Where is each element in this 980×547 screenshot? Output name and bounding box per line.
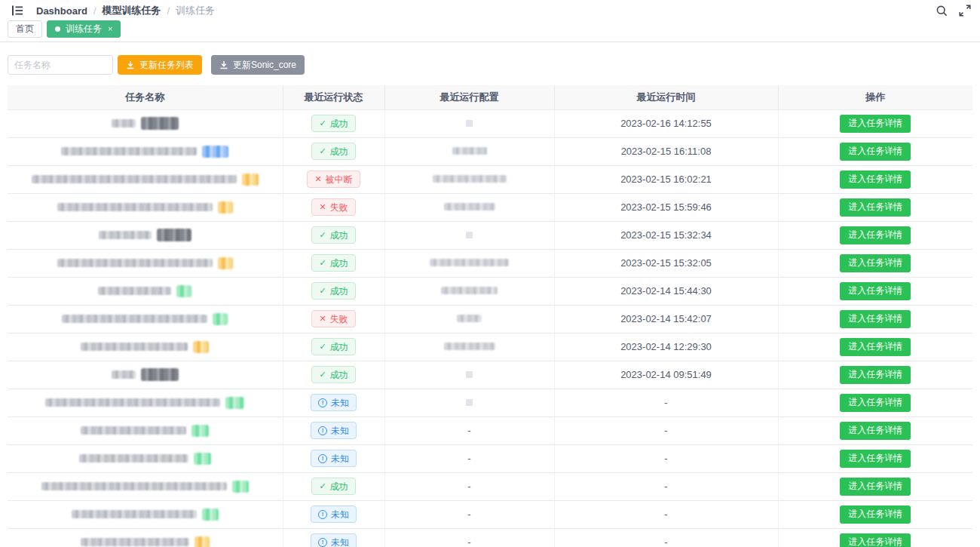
breadcrumb-item-model-training[interactable]: 模型训练任务 <box>103 4 161 17</box>
task-name-cell <box>8 500 283 528</box>
task-name-cell <box>8 165 283 193</box>
status-badge: ✓成功 <box>311 254 355 272</box>
enter-task-detail-button[interactable]: 进入任务详情 <box>840 338 911 356</box>
table-row: !未知--进入任务详情 <box>8 528 972 547</box>
config-empty-value: - <box>467 425 470 436</box>
config-cell <box>384 277 554 305</box>
update-task-list-button[interactable]: 更新任务列表 <box>118 55 202 75</box>
redacted-config-dot <box>466 120 473 127</box>
redacted-config-text <box>452 147 487 155</box>
collapse-sidebar-icon[interactable] <box>11 4 24 17</box>
table-row: ✓成功2023-02-14 15:44:30进入任务详情 <box>8 277 972 305</box>
run-time-value: 2023-02-14 09:51:49 <box>620 369 712 380</box>
run-time-value: 2023-02-15 15:32:34 <box>620 229 712 241</box>
redacted-yellow-tag <box>242 174 259 186</box>
task-name-cell <box>8 137 283 165</box>
enter-task-detail-button[interactable]: 进入任务详情 <box>840 478 911 496</box>
breadcrumb-separator: / <box>93 5 96 17</box>
status-badge: !未知 <box>311 506 357 523</box>
enter-task-detail-button[interactable]: 进入任务详情 <box>840 310 911 328</box>
run-time-value: - <box>664 509 667 520</box>
action-cell: 进入任务详情 <box>778 500 972 528</box>
status-unknown-icon: ! <box>318 454 327 463</box>
status-label: 成功 <box>330 119 348 128</box>
search-icon[interactable] <box>936 5 948 17</box>
tab-home[interactable]: 首页 <box>8 20 42 38</box>
task-name-input[interactable] <box>8 55 113 75</box>
status-success-icon: ✓ <box>319 119 326 128</box>
enter-task-detail-button[interactable]: 进入任务详情 <box>840 533 911 547</box>
run-time-value: - <box>664 397 667 408</box>
run-time-value: 2023-02-14 12:29:30 <box>620 341 712 352</box>
update-sonic-core-button[interactable]: 更新Sonic_core <box>211 55 305 75</box>
enter-task-detail-button[interactable]: 进入任务详情 <box>840 143 911 161</box>
config-cell: - <box>384 444 554 472</box>
config-cell <box>384 249 554 277</box>
enter-task-detail-button[interactable]: 进入任务详情 <box>840 450 911 468</box>
status-label: 失败 <box>330 315 348 324</box>
status-cell: ✓成功 <box>283 221 384 249</box>
redacted-dark-tag <box>141 117 179 130</box>
enter-task-detail-button[interactable]: 进入任务详情 <box>840 422 911 440</box>
breadcrumb: Dashboard / 模型训练任务 / 训练任务 <box>36 4 215 17</box>
redacted-name-text <box>79 454 188 462</box>
redacted-green-tag <box>176 285 191 297</box>
enter-task-detail-button[interactable]: 进入任务详情 <box>840 254 911 272</box>
enter-task-detail-button[interactable]: 进入任务详情 <box>840 115 911 133</box>
redacted-name-text <box>81 426 186 435</box>
status-cell: ✓成功 <box>283 109 384 137</box>
enter-task-detail-button[interactable]: 进入任务详情 <box>840 506 911 524</box>
config-cell <box>384 389 554 416</box>
table-body: ✓成功2023-02-16 14:12:55进入任务详情✓成功2023-02-1… <box>8 109 972 547</box>
table-row: ✕失败2023-02-15 15:59:46进入任务详情 <box>8 193 972 221</box>
status-cell: !未知 <box>283 528 384 547</box>
run-time-cell: 2023-02-15 15:59:46 <box>554 193 778 221</box>
redacted-green-tag <box>225 397 244 409</box>
redacted-task-name <box>61 146 228 158</box>
status-label: 未知 <box>331 510 349 519</box>
table-row: ✕被中断2023-02-15 16:02:21进入任务详情 <box>8 165 972 193</box>
tab-close-icon[interactable]: × <box>108 25 112 33</box>
status-unknown-icon: ! <box>318 510 327 519</box>
status-success-icon: ✓ <box>319 343 326 351</box>
redacted-name-text <box>32 175 237 183</box>
redacted-config-text <box>441 287 498 294</box>
header-last-run-time: 最近运行时间 <box>554 85 778 109</box>
task-name-cell <box>8 221 283 249</box>
redacted-config-dot <box>466 399 473 406</box>
config-empty-value: - <box>467 453 470 464</box>
enter-task-detail-button[interactable]: 进入任务详情 <box>840 226 911 244</box>
action-cell: 进入任务详情 <box>778 333 972 361</box>
enter-task-detail-button[interactable]: 进入任务详情 <box>840 282 911 300</box>
fullscreen-icon[interactable] <box>959 5 971 17</box>
enter-task-detail-button[interactable]: 进入任务详情 <box>840 198 911 217</box>
redacted-task-name <box>81 536 210 547</box>
enter-task-detail-button[interactable]: 进入任务详情 <box>840 394 911 412</box>
redacted-blue-tag <box>202 146 228 158</box>
status-badge: !未知 <box>311 394 357 411</box>
redacted-name-text <box>45 398 220 407</box>
open-tabs-bar: 首页 训练任务 × <box>0 21 980 42</box>
table-row: !未知--进入任务详情 <box>8 444 972 472</box>
table-row: !未知-进入任务详情 <box>8 389 972 416</box>
status-cell: ✓成功 <box>283 333 384 361</box>
redacted-task-name <box>72 509 219 521</box>
action-cell: 进入任务详情 <box>778 277 972 305</box>
config-cell <box>384 305 554 333</box>
tab-training-tasks[interactable]: 训练任务 × <box>47 20 121 38</box>
update-sonic-core-label: 更新Sonic_core <box>233 59 296 72</box>
enter-task-detail-button[interactable]: 进入任务详情 <box>840 171 911 189</box>
breadcrumb-item-dashboard[interactable]: Dashboard <box>36 5 87 17</box>
status-cell: ✓成功 <box>283 137 384 165</box>
redacted-task-name <box>98 285 191 297</box>
status-label: 成功 <box>330 231 348 240</box>
redacted-dark-tag <box>141 368 179 381</box>
enter-task-detail-button[interactable]: 进入任务详情 <box>840 366 911 384</box>
action-cell: 进入任务详情 <box>778 528 972 547</box>
status-error-icon: ✕ <box>319 315 326 323</box>
task-name-cell <box>8 305 283 333</box>
status-label: 成功 <box>330 147 348 156</box>
status-cell: ✕失败 <box>283 193 384 221</box>
run-time-cell: 2023-02-15 15:32:05 <box>554 249 778 277</box>
status-badge: ✓成功 <box>311 143 355 160</box>
